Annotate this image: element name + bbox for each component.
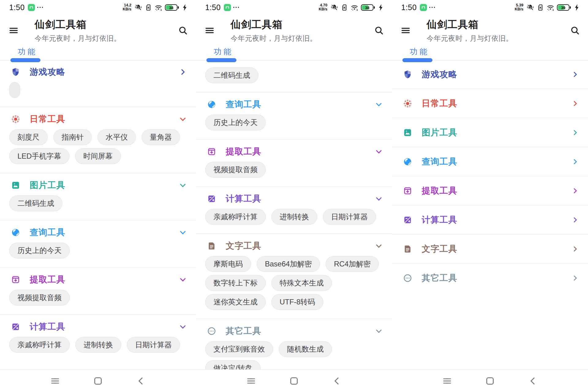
- category-row[interactable]: 计算工具: [392, 205, 588, 235]
- back-button[interactable]: [528, 376, 538, 386]
- tool-chip[interactable]: 进制转换: [75, 337, 121, 353]
- tool-chip[interactable]: 视频提取音频: [205, 162, 266, 178]
- tab-features[interactable]: 功能: [214, 47, 233, 57]
- section-header[interactable]: 计算工具: [196, 190, 392, 208]
- hamburger-menu-button[interactable]: [205, 25, 215, 36]
- category-row[interactable]: 文字工具: [392, 235, 588, 264]
- tool-chip[interactable]: 随机数生成: [279, 341, 332, 357]
- section-title: 查询工具: [422, 156, 457, 168]
- tool-section: 计算工具 亲戚称呼计算进制转换日期计算器: [196, 187, 392, 234]
- tab-features[interactable]: 功能: [410, 47, 429, 57]
- status-bar: 1:50 14.2KB/s 6 38: [0, 0, 196, 15]
- tab-bar: 功能: [392, 46, 588, 61]
- tool-chip[interactable]: 进制转换: [271, 209, 317, 225]
- chevron-right-icon: [571, 274, 579, 282]
- tool-chip[interactable]: 水平仪: [97, 129, 136, 145]
- home-button[interactable]: [289, 376, 299, 386]
- tool-chip[interactable]: 二维码生成: [205, 67, 258, 83]
- image-icon: [403, 128, 412, 137]
- section-title: 查询工具: [30, 227, 65, 238]
- section-header[interactable]: 文字工具: [196, 237, 392, 255]
- category-row[interactable]: 提取工具: [392, 176, 588, 205]
- tool-chip[interactable]: 摩斯电码: [205, 256, 251, 272]
- tool-chip[interactable]: 亲戚称呼计算: [205, 209, 266, 225]
- chip-group: [0, 81, 196, 98]
- chevron-right-icon: [571, 245, 579, 253]
- tool-chip[interactable]: 历史上的今天: [9, 243, 70, 258]
- home-button[interactable]: [93, 376, 103, 386]
- tool-chip[interactable]: 日期计算器: [323, 209, 376, 225]
- tool-chip[interactable]: 历史上的今天: [205, 115, 266, 130]
- hamburger-menu-button[interactable]: [401, 25, 411, 36]
- tool-chip[interactable]: 日期计算器: [127, 337, 180, 353]
- section-title: 文字工具: [422, 243, 457, 255]
- search-button[interactable]: [178, 25, 188, 36]
- section-header[interactable]: 图片工具: [0, 176, 196, 194]
- section-header[interactable]: 计算工具: [0, 318, 196, 336]
- clock-text: 1:50: [205, 3, 221, 12]
- tool-chip[interactable]: 量角器: [141, 129, 180, 145]
- back-button[interactable]: [332, 376, 342, 386]
- speed-unit: KB/s: [319, 7, 327, 11]
- section-header[interactable]: 日常工具: [0, 110, 196, 128]
- recents-button[interactable]: [442, 376, 452, 386]
- network-speed: 5.39KB/s: [515, 3, 523, 11]
- tool-chip[interactable]: 做决定/转盘: [205, 360, 261, 369]
- tool-chip[interactable]: 支付宝到账音效: [205, 341, 273, 357]
- tool-chip[interactable]: 迷你英文生成: [205, 294, 266, 310]
- tool-section: 游戏攻略: [0, 60, 196, 107]
- tab-active-indicator: [206, 58, 236, 62]
- tab-features[interactable]: 功能: [18, 47, 37, 57]
- home-button[interactable]: [485, 376, 495, 386]
- tool-list: 图片工具 二维码生成 查询工具 历史上的今天 提取工具 视频提取音频 计算工具 …: [196, 60, 392, 369]
- tool-section: 查询工具 历史上的今天: [0, 221, 196, 268]
- back-button[interactable]: [136, 376, 146, 386]
- category-row[interactable]: 查询工具: [392, 147, 588, 176]
- section-header[interactable]: 提取工具: [0, 271, 196, 288]
- tool-chip[interactable]: 指南针: [53, 129, 92, 145]
- tool-chip[interactable]: 亲戚称呼计算: [9, 337, 70, 353]
- chip-group: 二维码生成: [0, 194, 196, 211]
- tool-chip[interactable]: RC4加解密: [326, 256, 379, 272]
- hamburger-menu-button[interactable]: [9, 25, 19, 36]
- section-header[interactable]: 查询工具: [196, 96, 392, 113]
- category-row[interactable]: 图片工具: [392, 118, 588, 147]
- battery-indicator: 38: [165, 4, 179, 11]
- system-nav-bar: [392, 369, 588, 392]
- chevron-right-icon: [179, 68, 187, 76]
- search-button[interactable]: [374, 25, 384, 36]
- app-title: 仙剑工具箱: [427, 18, 570, 32]
- section-header[interactable]: 其它工具: [196, 322, 392, 340]
- tool-chip[interactable]: LED手机字幕: [9, 148, 70, 164]
- tool-chip[interactable]: Base64加解密: [257, 256, 320, 272]
- tool-chip[interactable]: 视频提取音频: [9, 290, 70, 306]
- recents-button[interactable]: [50, 376, 60, 386]
- tool-section: 计算工具 亲戚称呼计算进制转换日期计算器: [0, 315, 196, 361]
- section-header[interactable]: 提取工具: [196, 143, 392, 160]
- chevron-down-icon: [375, 195, 383, 203]
- wifi-6-icon: 6: [351, 4, 358, 11]
- tool-chip[interactable]: UTF-8转码: [271, 294, 323, 310]
- exposure-icon: [403, 215, 412, 224]
- chevron-right-icon: [571, 100, 579, 107]
- tool-chip[interactable]: 数字转上下标: [205, 275, 266, 291]
- globe-icon: [403, 157, 412, 166]
- section-header[interactable]: 游戏攻略: [0, 63, 196, 81]
- tool-chip[interactable]: 时间屏幕: [75, 148, 121, 164]
- globe-icon: [11, 228, 20, 237]
- tool-chip[interactable]: 二维码生成: [9, 195, 62, 211]
- tool-chip[interactable]: 刻度尺: [9, 129, 48, 145]
- recents-button[interactable]: [246, 376, 256, 386]
- category-row[interactable]: 其它工具: [392, 264, 588, 292]
- search-button[interactable]: [570, 25, 580, 36]
- chevron-down-icon: [179, 323, 187, 331]
- sun-icon: [403, 99, 412, 108]
- tool-chip[interactable]: 特殊文本生成: [271, 275, 332, 291]
- section-title: 游戏攻略: [422, 69, 457, 80]
- app-subtitle: 今年元夜时，月与灯依旧。: [427, 34, 570, 43]
- category-row[interactable]: 游戏攻略: [392, 60, 588, 89]
- svg-text:6: 6: [160, 8, 162, 11]
- category-row[interactable]: 日常工具: [392, 89, 588, 118]
- section-header[interactable]: 查询工具: [0, 224, 196, 241]
- tab-bar: 功能: [0, 46, 196, 61]
